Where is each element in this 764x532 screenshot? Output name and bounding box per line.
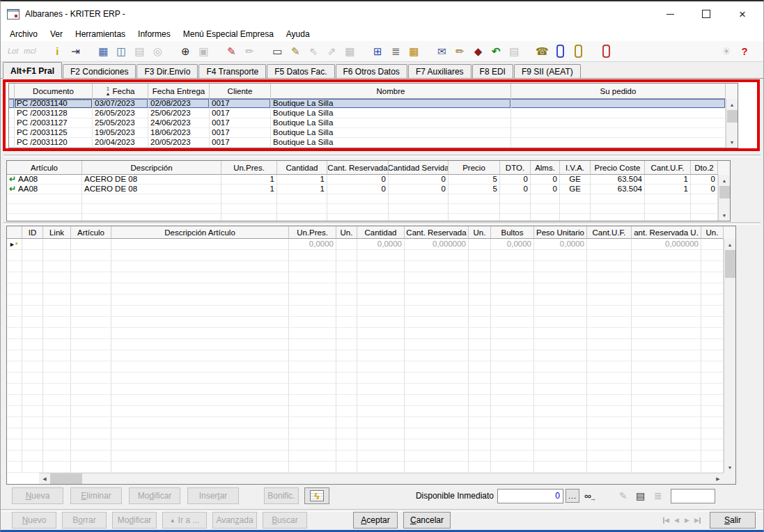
document-row[interactable]: PC /2003112519/05/202318/06/20230017Bout… <box>9 128 738 138</box>
menu-ver[interactable]: Ver <box>44 28 69 40</box>
undo-icon[interactable]: ↶ <box>487 43 505 60</box>
door-in-icon[interactable]: ⇥ <box>66 43 84 60</box>
menu-informes[interactable]: Informes <box>132 28 177 40</box>
paperclip-gold-icon[interactable] <box>569 43 587 60</box>
borrar-button[interactable]: Borrar <box>62 512 107 529</box>
articles-column-alms[interactable]: Alms. <box>531 161 560 175</box>
menu-ayuda[interactable]: Ayuda <box>280 28 316 40</box>
insertar-button[interactable]: Insertar <box>187 487 239 504</box>
articles-column-precio[interactable]: Precio <box>449 161 500 175</box>
docs-column-su-pedido[interactable]: Su pedido <box>511 84 726 99</box>
aceptar-button[interactable]: Aceptar <box>353 512 398 529</box>
detail-column-link-2[interactable]: Link <box>43 226 71 239</box>
docs-column-cliente[interactable]: Cliente <box>210 84 271 99</box>
detail-column-ant-reservada-u-13[interactable]: ant. Reservada U. <box>632 226 701 239</box>
articles-column-cantidad-servida[interactable]: Cantidad Servida <box>389 161 449 175</box>
vertical-scrollbar[interactable]: ▲▼ <box>726 99 738 148</box>
paperclip-blue-icon[interactable] <box>551 43 569 60</box>
docs-column-fecha-entrega[interactable]: Fecha Entrega <box>148 84 210 99</box>
detail-column-un-pres-5[interactable]: Un.Pres. <box>289 226 336 239</box>
marker-pen-icon[interactable]: ✎ <box>286 43 304 60</box>
cancelar-button[interactable]: Cancelar <box>403 512 451 529</box>
scroll-up-button[interactable]: ▲ <box>719 175 730 186</box>
auto-bonification-button[interactable]: ϟ <box>304 487 329 504</box>
info-icon[interactable]: i <box>48 43 66 60</box>
scroll-down-button[interactable]: ▼ <box>719 210 730 221</box>
detail-column-descripción-artículo-4[interactable]: Descripción Artículo <box>111 226 289 239</box>
menu-archivo[interactable]: Archivo <box>3 28 44 40</box>
aux-input[interactable] <box>671 489 715 503</box>
articles-column-dto[interactable]: DTO. <box>500 161 531 175</box>
scroll-up-button[interactable]: ▲ <box>726 99 738 110</box>
window-form-icon[interactable]: ⊞ <box>368 43 387 60</box>
articles-column-dto-2[interactable]: Dto.2 <box>691 161 718 175</box>
scroll-thumb[interactable] <box>50 474 82 484</box>
detail-column-un-9[interactable]: Un. <box>469 226 491 239</box>
docs-column-fecha[interactable]: 1▲Fecha <box>93 84 148 99</box>
tab-alt-f1-pral[interactable]: Alt+F1 Pral <box>3 62 62 79</box>
docs-column-documento[interactable]: Documento <box>15 84 93 99</box>
articles-column-un-pres[interactable]: Un.Pres. <box>221 161 277 175</box>
scroll-thumb[interactable] <box>719 186 730 198</box>
articles-column-cant-u-f[interactable]: Cant.U.F. <box>645 161 691 175</box>
scroll-down-button[interactable]: ▼ <box>726 136 738 148</box>
tab-f2-condiciones[interactable]: F2 Condiciones <box>63 64 136 78</box>
document-row[interactable]: PC /2003114003/07/202302/08/20230017Bout… <box>9 99 738 109</box>
salir-button[interactable]: Salir <box>710 512 756 529</box>
tab-f8-edi[interactable]: F8 EDI <box>472 64 513 78</box>
close-button[interactable]: × <box>724 1 761 26</box>
articles-column-cant-reservada[interactable]: Cant. Reservada <box>327 161 389 175</box>
blank-box-icon[interactable]: ▭ <box>268 43 286 60</box>
articles-column-descripción[interactable]: Descripción <box>82 161 221 175</box>
tree-view-icon[interactable]: ≣ <box>387 43 405 60</box>
crosshair-icon[interactable]: ⊕ <box>176 43 194 60</box>
detail-column-id-1[interactable]: ID <box>22 226 43 239</box>
modificar-button[interactable]: Modificar <box>112 512 157 529</box>
detail-column-peso-unitario-11[interactable]: Peso Unitario <box>534 226 587 239</box>
scroll-thumb[interactable] <box>727 110 738 123</box>
help-icon[interactable]: ? <box>735 43 754 60</box>
eliminar-button[interactable]: Eliminar <box>70 487 122 504</box>
maximize-button[interactable] <box>688 1 724 26</box>
stamp-icon[interactable]: ◆ <box>469 43 487 60</box>
vertical-scrollbar[interactable]: ▲▼ <box>718 175 730 221</box>
tab-f9-sii-aeat[interactable]: F9 SII (AEAT) <box>514 64 581 78</box>
tab-f4-transporte[interactable]: F4 Transporte <box>198 64 266 78</box>
scroll-left-button[interactable]: ◀ <box>39 474 50 484</box>
nav-last-button[interactable]: ▶ <box>692 513 703 528</box>
scroll-right-button[interactable]: ▶ <box>712 474 724 484</box>
scroll-up-button[interactable]: ▲ <box>724 239 735 250</box>
document-row[interactable]: PC /2003112826/05/202325/06/20230017Bout… <box>9 109 738 118</box>
document-row[interactable]: PC /2003112725/05/202324/06/20230017Bout… <box>9 118 738 128</box>
detail-column-un-14[interactable]: Un. <box>701 226 724 239</box>
tab-f3-dir-envío[interactable]: F3 Dir.Envío <box>137 64 198 78</box>
nav-next-button[interactable]: ▶ <box>682 513 692 528</box>
scroll-thumb[interactable] <box>725 250 735 278</box>
paint-icon[interactable]: ✎ <box>222 43 240 60</box>
detail-current-row[interactable]: ►*0,00000,00000,0000000,00000,00000,0000… <box>7 239 735 250</box>
disponible-inmediato-input[interactable]: 0 <box>497 489 563 503</box>
menu-menú-especial-empresa[interactable]: Menú Especial Empresa <box>177 28 280 40</box>
document-row[interactable]: PC /2003112020/04/202320/05/20230017Bout… <box>9 138 738 148</box>
nueva-button[interactable]: Nueva <box>12 487 63 504</box>
binoculars-search-icon[interactable]: ∞→ <box>584 489 596 503</box>
detail-column-un-6[interactable]: Un. <box>336 226 357 239</box>
data-table-icon[interactable]: ▦ <box>94 43 112 60</box>
phone-icon[interactable]: ☎ <box>533 43 551 60</box>
tab-f6-otros-datos[interactable]: F6 Otros Datos <box>336 64 407 78</box>
menu-herramientas[interactable]: Herramientas <box>69 28 132 40</box>
paperclip-red-icon[interactable] <box>597 43 615 60</box>
note-edit-icon[interactable]: ✏ <box>451 43 469 60</box>
org-chart-icon[interactable]: ◫ <box>112 43 130 60</box>
nuevo-button[interactable]: Nuevo <box>12 512 56 529</box>
tab-f7-auxiliares[interactable]: F7 Auxiliares <box>408 64 471 78</box>
list-grid-icon[interactable]: ▤ <box>636 489 645 503</box>
vertical-scrollbar[interactable]: ▲▼ <box>724 239 735 473</box>
avanzada-button[interactable]: Avanzada <box>212 512 257 529</box>
articles-column-precio-coste[interactable]: Precio Coste <box>591 161 645 175</box>
detail-column-cant-reservada-8[interactable]: Cant. Reservada <box>405 226 469 239</box>
buscar-button[interactable]: Buscar <box>263 512 307 529</box>
send-mail-icon[interactable]: ✉ <box>432 43 451 60</box>
detail-column-artículo-3[interactable]: Artículo <box>71 226 111 239</box>
article-row[interactable]: ↵AA08ACERO DE 081100500GE63.50410 <box>7 175 730 185</box>
